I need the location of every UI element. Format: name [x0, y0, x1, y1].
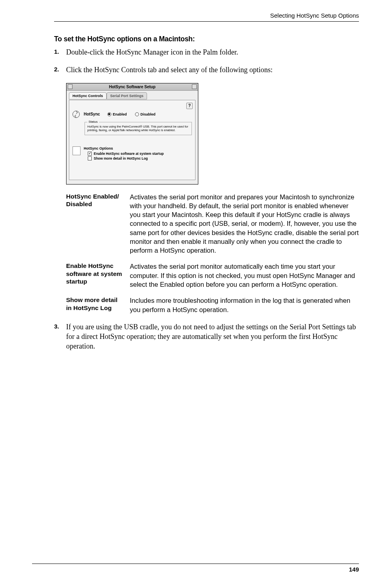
option-term: Show more detail in HotSync Log	[66, 296, 124, 314]
hotsync-label: HotSync	[84, 112, 100, 116]
step-number: 1.	[54, 47, 66, 57]
status-legend: Status	[87, 120, 99, 124]
tab-panel: ? HotSync Enabled Disabled	[69, 100, 196, 180]
step-1: 1. Double-click the HotSync Manager icon…	[54, 47, 359, 57]
tab-hotsync-controls[interactable]: HotSync Controls	[69, 92, 107, 99]
option-row: Show more detail in HotSync Log Includes…	[66, 296, 359, 314]
checkbox-checked-icon: ✓	[88, 152, 92, 156]
help-icon[interactable]: ?	[186, 103, 193, 109]
radio-group: Enabled Disabled	[107, 112, 156, 116]
status-text: HotSync is now using the PalmConnect® US…	[87, 125, 189, 133]
page-footer: 149	[32, 564, 359, 573]
options-title: HotSync Options	[84, 146, 192, 150]
status-fieldset: Status HotSync is now using the PalmConn…	[85, 122, 192, 136]
options-table: HotSync Enabled/ Disabled Activates the …	[66, 193, 359, 314]
page-header: Selecting HotSync Setup Options	[54, 12, 359, 22]
option-term: Enable HotSync software at system startu…	[66, 262, 124, 289]
step-3: 3. If you are using the USB cradle, you …	[54, 322, 359, 351]
steps-list-cont: 3. If you are using the USB cradle, you …	[54, 322, 359, 351]
tab-bar: HotSync Controls Serial Port Settings	[69, 92, 196, 99]
page-number: 149	[349, 566, 359, 573]
step-2: 2. Click the HotSync Controls tab and se…	[54, 65, 359, 75]
radio-dot-filled-icon	[107, 112, 111, 116]
collapse-icon[interactable]	[192, 84, 197, 89]
step-text: Click the HotSync Controls tab and selec…	[66, 65, 272, 75]
dialog-body: HotSync Controls Serial Port Settings ? …	[67, 91, 198, 184]
options-row: HotSync Options ✓ Enable HotSync softwar…	[73, 146, 192, 161]
dialog-titlebar: HotSync Software Setup	[67, 83, 198, 91]
step-text: If you are using the USB cradle, you do …	[66, 322, 359, 351]
dialog-title: HotSync Software Setup	[73, 85, 192, 89]
radio-enabled[interactable]: Enabled	[107, 112, 127, 116]
section-title: To set the HotSync options on a Macintos…	[54, 34, 335, 43]
option-description: Includes more troubleshooting informatio…	[130, 296, 359, 314]
hotsync-icon	[73, 111, 80, 118]
close-icon[interactable]	[68, 84, 73, 89]
step-number: 3.	[54, 322, 66, 351]
checkbox-show-detail[interactable]: Show more detail in HotSync Log	[88, 156, 192, 160]
dialog-window: HotSync Software Setup HotSync Controls …	[66, 83, 198, 185]
option-description: Activates the serial port monitor and pr…	[130, 193, 359, 255]
checkbox-label: Show more detail in HotSync Log	[94, 156, 148, 160]
screenshot-figure: HotSync Software Setup HotSync Controls …	[66, 83, 359, 185]
radio-disabled-label: Disabled	[141, 112, 156, 116]
option-row: Enable HotSync software at system startu…	[66, 262, 359, 289]
step-text: Double-click the HotSync Manager icon in…	[66, 47, 238, 57]
option-row: HotSync Enabled/ Disabled Activates the …	[66, 193, 359, 255]
checkbox-unchecked-icon	[88, 156, 92, 160]
tab-serial-port-settings[interactable]: Serial Port Settings	[107, 92, 147, 99]
step-number: 2.	[54, 65, 66, 75]
checkbox-label: Enable HotSync software at system startu…	[94, 152, 164, 156]
checkbox-enable-startup[interactable]: ✓ Enable HotSync software at system star…	[88, 152, 192, 156]
radio-enabled-label: Enabled	[113, 112, 127, 116]
hotsync-row: HotSync Enabled Disabled	[73, 111, 192, 118]
steps-list: 1. Double-click the HotSync Manager icon…	[54, 47, 359, 75]
radio-disabled[interactable]: Disabled	[135, 112, 156, 116]
option-description: Activates the serial port monitor automa…	[130, 262, 359, 289]
option-term: HotSync Enabled/ Disabled	[66, 193, 124, 255]
radio-dot-empty-icon	[135, 112, 139, 116]
options-icon	[73, 146, 81, 155]
options-content: HotSync Options ✓ Enable HotSync softwar…	[84, 146, 192, 161]
